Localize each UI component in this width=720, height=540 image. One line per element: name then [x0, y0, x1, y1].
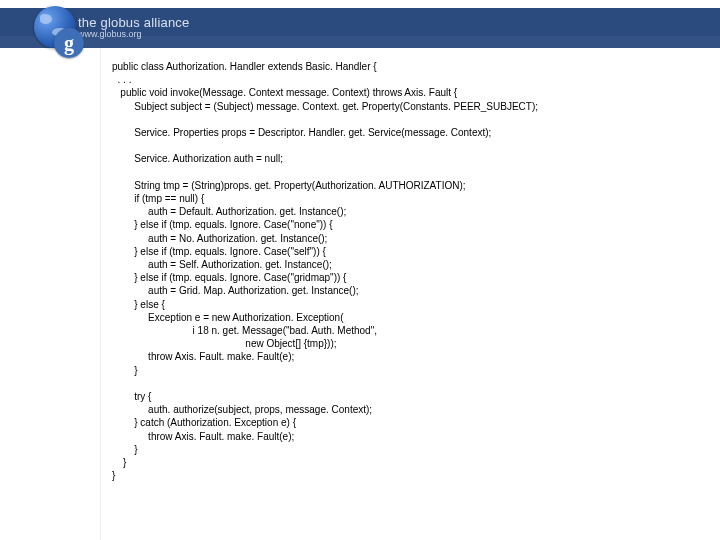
banner: the globus alliance www.globus.org g — [0, 0, 720, 56]
slide: the globus alliance www.globus.org g pub… — [0, 0, 720, 540]
banner-title: the globus alliance — [78, 15, 190, 30]
guide-line — [100, 48, 101, 540]
banner-url: www.globus.org — [78, 29, 142, 39]
logo-letter: g — [54, 28, 84, 58]
logo: g — [32, 0, 82, 56]
code-block: public class Authorization. Handler exte… — [112, 60, 702, 483]
